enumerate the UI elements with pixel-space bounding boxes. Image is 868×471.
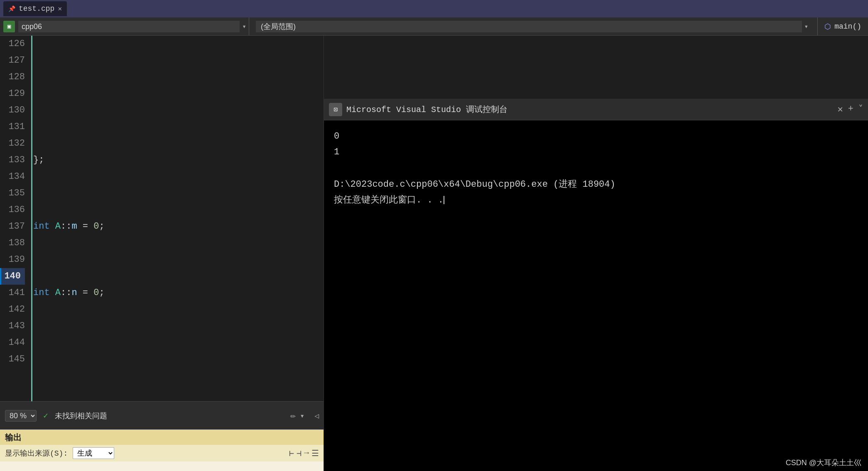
code-line-129: int A::n = 0;	[33, 285, 324, 301]
output-title: 输出	[5, 432, 22, 443]
toolbar: ▣ cpp06 ▾ ▾ ⬡ main()	[0, 17, 868, 36]
status-bar: 80 % ✓ 未找到相关问题 ✏ ▾ ◁	[0, 401, 324, 430]
output-align-left-icon[interactable]: ⊢	[289, 448, 294, 459]
output-buttons: ⊢ ⊣ → ☰	[289, 448, 319, 459]
file-tab[interactable]: 📌 test.cpp ✕	[3, 1, 67, 16]
line-numbers: 126 127 128 129 130 131 132 133 134 135 …	[0, 36, 29, 368]
scope-dropdown-arrow[interactable]: ▾	[802, 22, 811, 31]
debug-window-title: Microsoft Visual Studio 调试控制台	[346, 104, 834, 115]
output-header: 输出	[0, 430, 324, 445]
debug-cursor	[444, 196, 444, 204]
code-editor[interactable]: 126 127 128 129 130 131 132 133 134 135 …	[0, 36, 324, 471]
title-bar: 📌 test.cpp ✕	[0, 0, 868, 17]
status-ok-icon: ✓	[43, 410, 48, 421]
pencil-icon[interactable]: ✏	[290, 410, 296, 421]
output-source-label: 显示输出来源(S):	[5, 448, 68, 458]
output-source-select[interactable]: 生成	[73, 447, 114, 459]
debug-window-icon: ⊡	[329, 103, 342, 116]
debug-output-0: 0	[334, 129, 858, 144]
output-list-icon[interactable]: ☰	[311, 448, 319, 459]
toolbar-scope-section: ▾	[249, 17, 818, 35]
debug-console-content: 0 1 D:\2023code.c\cpp06\x64\Debug\cpp06.…	[324, 120, 868, 471]
code-line-128: int A::m = 0;	[33, 218, 324, 235]
output-toolbar: 显示输出来源(S): 生成 ⊢ ⊣ → ☰	[0, 445, 324, 461]
status-text: 未找到相关问题	[55, 411, 107, 421]
project-select[interactable]: cpp06	[18, 21, 240, 32]
debug-output-1: 1	[334, 144, 858, 160]
zoom-select[interactable]: 80 %	[5, 410, 37, 422]
scope-input[interactable]	[256, 21, 802, 32]
debug-wait-line: 按任意键关闭此窗口. . .	[334, 193, 858, 208]
tab-close-button[interactable]: ✕	[58, 5, 62, 13]
debug-path-line: D:\2023code.c\cpp06\x64\Debug\cpp06.exe …	[334, 177, 858, 193]
tab-label: test.cpp	[19, 5, 54, 13]
debug-close-button[interactable]: ✕	[838, 104, 843, 115]
code-line-126	[33, 85, 324, 102]
debug-window-controls: ✕ + ˅	[838, 104, 863, 115]
dropdown-icon[interactable]: ▾	[300, 411, 304, 420]
func-label: main()	[834, 22, 861, 31]
output-align-center-icon[interactable]: ⊣	[297, 448, 302, 459]
code-line-127: };	[33, 152, 324, 168]
toolbar-project-section: ▣ cpp06 ▾	[0, 17, 249, 35]
output-panel: 输出 显示输出来源(S): 生成 ⊢ ⊣ → ☰	[0, 430, 324, 471]
func-icon: ⬡	[824, 22, 831, 31]
project-icon: ▣	[3, 21, 15, 32]
scroll-left-arrow[interactable]: ◁	[314, 411, 319, 420]
debug-chevron-button[interactable]: ˅	[858, 104, 863, 115]
pin-icon: 📌	[8, 5, 15, 12]
attribution: CSDN @大耳朵土土巛	[786, 458, 861, 468]
dropdown-arrow[interactable]: ▾	[240, 22, 249, 31]
code-line-130	[33, 351, 324, 368]
output-arrow-right-icon[interactable]: →	[304, 448, 309, 459]
debug-add-button[interactable]: +	[848, 104, 853, 115]
toolbar-func-section: ⬡ main()	[818, 22, 868, 31]
status-tools: ✏ ▾	[290, 410, 304, 421]
debug-console-window: ⊡ Microsoft Visual Studio 调试控制台 ✕ + ˅ 0 …	[324, 99, 868, 471]
debug-titlebar: ⊡ Microsoft Visual Studio 调试控制台 ✕ + ˅	[324, 99, 868, 120]
